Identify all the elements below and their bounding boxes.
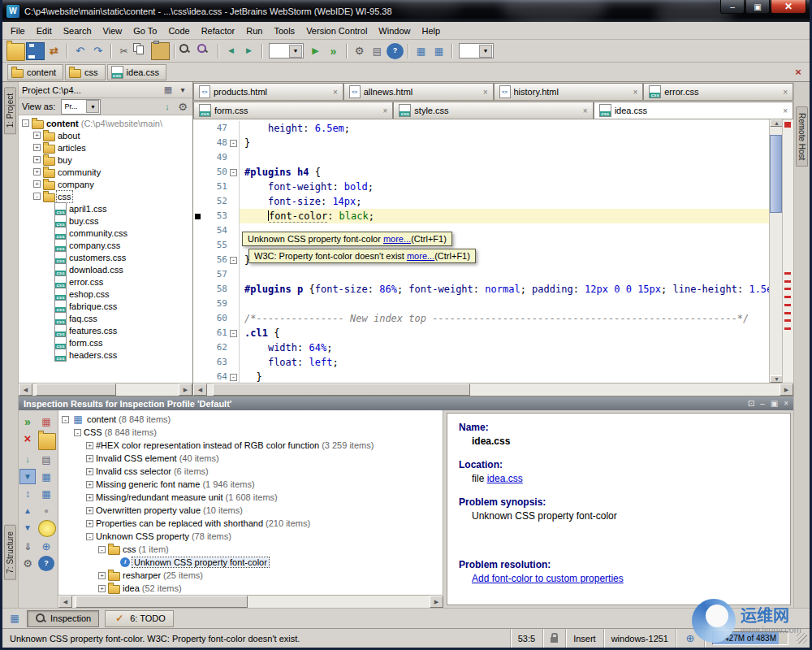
expand-toggle[interactable]: + [86,442,93,449]
expand-toggle[interactable]: + [86,494,93,501]
grid-red-icon[interactable]: ▦ [38,414,54,429]
scroll-left-button[interactable]: ◀ [193,384,207,396]
scroll-track[interactable] [207,384,780,396]
expand-toggle[interactable]: + [86,468,93,475]
window-icon[interactable]: ⊡ [748,399,754,408]
code-editor[interactable]: Unknown CSS property font-color more...(… [193,119,769,383]
tab-close-icon[interactable]: × [333,88,338,97]
menu-item-help[interactable]: Help [416,24,446,37]
editor-tab-history-html[interactable]: <>history.html× [494,83,644,100]
redo-icon[interactable]: ↷ [89,43,106,59]
sync-icon[interactable]: ⇄ [45,43,63,59]
toolwindow-button-6-todo[interactable]: ✓6: TODO [105,610,174,627]
inspection-tree-row[interactable]: +#HEX color representation instead of RG… [58,439,443,452]
project-tree-row[interactable]: -content (C:\p4\website\main\ [19,117,192,129]
page-icon[interactable]: ▤ [369,43,386,59]
save-icon[interactable] [26,42,45,60]
down-icon[interactable]: ▼ [19,520,36,535]
globe-icon[interactable]: ⊕ [38,539,54,554]
filter-icon[interactable]: ▼ [19,469,36,484]
minimize-button[interactable]: – [720,0,745,14]
expand-toggle[interactable]: + [33,156,41,163]
vcs-globe[interactable]: ⊕ [676,629,704,648]
inspection-h-scrollbar[interactable]: ◀ ▶ [58,595,443,608]
structure-stripe-tab[interactable]: 7: Structure [4,525,16,580]
remote-host-stripe-tab[interactable]: Remote Host [796,106,808,167]
scroll-thumb[interactable] [213,384,470,396]
settings-icon[interactable]: ⚙ [19,556,36,571]
editor-line[interactable]: 49 [193,150,769,165]
breadcrumb-css[interactable]: css [65,64,106,80]
scroll-track[interactable] [32,384,179,396]
tooltip-more-link[interactable]: more... [407,251,434,261]
fold-toggle-icon[interactable]: - [230,330,237,337]
project-tree-row[interactable]: csscustomers.css [19,251,192,263]
menu-item-refactor[interactable]: Refactor [196,24,241,37]
inspection-tree-row[interactable]: +Invalid CSS element (40 items) [58,452,443,465]
expand-toggle[interactable]: - [62,416,69,423]
forward-icon[interactable]: ▶ [240,43,257,59]
editor-h-scrollbar[interactable]: ◀ ▶ [193,383,793,396]
menu-item-view[interactable]: View [97,24,128,37]
editor-line[interactable]: 52 font-size: 14px; [193,194,769,209]
gear-icon[interactable]: ⚙ [176,100,189,113]
editor-line[interactable]: 61-.cl1 { [193,326,769,340]
scroll-track[interactable] [72,596,430,608]
resolution-link[interactable]: Add font-color to custom properties [472,573,624,584]
tooltip-more-link[interactable]: more... [383,234,411,244]
chevron-down-icon[interactable]: ▾ [176,84,189,97]
view-as-combo[interactable]: Pr... ▼ [61,99,101,115]
run-icon[interactable]: ▶ [307,43,324,59]
editor-tab-products-html[interactable]: <>products.html× [193,83,343,100]
find-icon[interactable] [179,43,196,59]
project-tree-row[interactable]: +about [19,129,192,141]
expand-toggle[interactable]: - [74,429,81,436]
readonly-toggle[interactable] [542,629,565,648]
minimize-icon[interactable]: – [760,399,765,408]
sort-icon[interactable]: ↕ [19,486,36,501]
project-tree-row[interactable]: cssdownload.css [19,263,192,275]
breadcrumb-idea-css[interactable]: cssidea.css [107,64,166,80]
inspection-tree-row[interactable]: +Missing/redundant measure unit (1 608 i… [58,491,443,504]
editor-line[interactable]: 58#plugins p {font-size: 86%; font-weigh… [193,282,769,297]
editor-tab-allnews-html[interactable]: <>allnews.html× [343,83,494,100]
editor-line[interactable]: 60/*--------------- New index top ------… [193,311,769,326]
expand-toggle[interactable]: + [86,481,93,488]
editor-v-scrollbar[interactable]: ▲ ▼ [769,119,782,383]
autoscroll-icon[interactable]: ↓ [161,100,174,113]
inspection-tree-row[interactable]: -Unknown CSS property (78 items) [58,530,443,543]
project-tree-row[interactable]: +community [19,166,192,178]
project-tree-row[interactable]: cssform.css [19,336,192,349]
scroll-thumb[interactable] [36,384,116,396]
export-icon[interactable]: ⇓ [19,539,36,554]
menu-item-edit[interactable]: Edit [31,24,58,37]
monitor-icon[interactable]: ▦ [412,43,430,59]
resize-grip[interactable] [797,633,807,644]
error-stripe-mark[interactable] [784,272,791,275]
tree-icon[interactable]: ▦ [38,469,54,484]
project-tree-row[interactable]: cssapril1.css [19,202,192,214]
apply-icon[interactable]: ↓ [19,452,36,467]
back-icon[interactable]: ◀ [222,43,240,59]
tab-close-icon[interactable]: × [633,88,637,97]
expand-toggle[interactable]: + [86,455,93,462]
project-tree-row[interactable]: cssbuy.css [19,214,192,227]
undo-icon[interactable]: ↶ [71,43,89,59]
project-tree-row[interactable]: +buy [19,154,192,166]
project-tree-row[interactable]: csserror.css [19,275,192,288]
inspection-tree-row[interactable]: -CSS (8 848 items) [58,426,443,439]
group-icon[interactable]: ▦ [38,486,54,501]
scroll-track[interactable] [770,127,782,375]
close-icon[interactable]: × [792,66,805,79]
menu-item-tools[interactable]: Tools [268,24,300,37]
monitor2-icon[interactable]: ▦ [430,43,447,59]
expand-toggle[interactable]: - [86,533,93,540]
maximize-button[interactable]: ▣ [745,0,770,14]
insert-mode-indicator[interactable]: Insert [565,629,603,648]
project-tree-row[interactable]: csseshop.css [19,288,192,300]
expand-toggle[interactable]: + [33,168,41,176]
error-stripe-mark[interactable] [784,304,791,306]
inspection-tree-row[interactable]: +Properties can be replaced with shortha… [58,517,443,530]
settings-icon[interactable]: ⚙ [351,43,368,59]
fold-toggle-icon[interactable]: - [230,169,237,176]
